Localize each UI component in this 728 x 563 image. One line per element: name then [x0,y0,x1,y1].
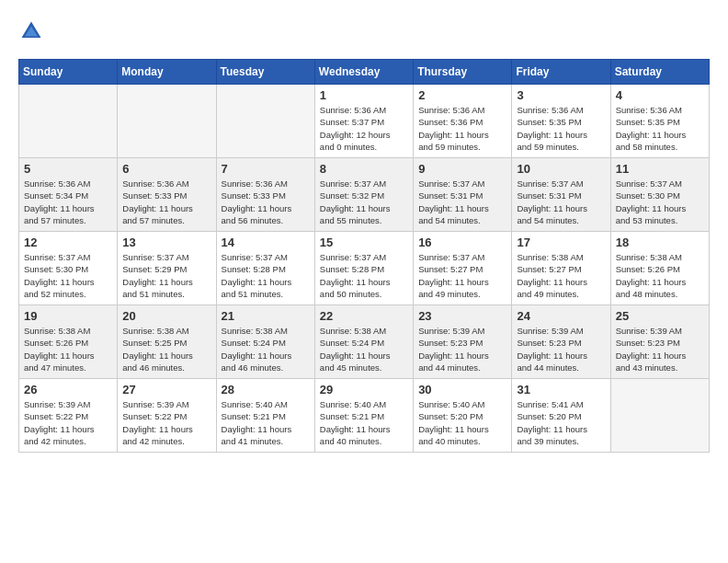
day-number: 11 [616,162,704,176]
day-info: Sunrise: 5:41 AMSunset: 5:20 PMDaylight:… [517,398,605,447]
day-info: Sunrise: 5:39 AMSunset: 5:23 PMDaylight:… [616,325,704,373]
day-number: 25 [616,309,704,323]
day-number: 2 [418,88,506,102]
day-number: 15 [320,236,408,249]
calendar-cell: 11Sunrise: 5:37 AMSunset: 5:30 PMDayligh… [610,158,709,232]
day-info: Sunrise: 5:37 AMSunset: 5:30 PMDaylight:… [24,251,112,300]
day-number: 17 [517,236,605,249]
day-number: 12 [24,236,112,249]
calendar-cell: 28Sunrise: 5:40 AMSunset: 5:21 PMDayligh… [216,379,314,453]
calendar-cell [19,85,118,158]
day-info: Sunrise: 5:37 AMSunset: 5:28 PMDaylight:… [320,251,408,300]
calendar-cell: 13Sunrise: 5:37 AMSunset: 5:29 PMDayligh… [118,232,216,305]
day-info: Sunrise: 5:38 AMSunset: 5:24 PMDaylight:… [222,325,310,373]
calendar-cell: 12Sunrise: 5:37 AMSunset: 5:30 PMDayligh… [19,232,118,305]
calendar-week-row: 26Sunrise: 5:39 AMSunset: 5:22 PMDayligh… [19,379,710,453]
calendar-cell: 18Sunrise: 5:38 AMSunset: 5:26 PMDayligh… [610,232,709,305]
day-number: 16 [418,236,506,249]
day-info: Sunrise: 5:37 AMSunset: 5:32 PMDaylight:… [320,178,408,226]
day-number: 6 [122,162,210,176]
calendar-cell: 4Sunrise: 5:36 AMSunset: 5:35 PMDaylight… [610,85,709,158]
day-number: 14 [222,236,310,249]
day-info: Sunrise: 5:38 AMSunset: 5:25 PMDaylight:… [122,325,210,373]
calendar-cell: 27Sunrise: 5:39 AMSunset: 5:22 PMDayligh… [118,379,216,453]
day-info: Sunrise: 5:36 AMSunset: 5:34 PMDaylight:… [24,178,112,226]
day-number: 20 [122,309,210,323]
calendar-cell: 15Sunrise: 5:37 AMSunset: 5:28 PMDayligh… [314,232,413,305]
calendar-cell: 24Sunrise: 5:39 AMSunset: 5:23 PMDayligh… [512,305,610,379]
day-info: Sunrise: 5:36 AMSunset: 5:33 PMDaylight:… [222,178,310,226]
day-number: 23 [418,309,506,323]
calendar-cell: 16Sunrise: 5:37 AMSunset: 5:27 PMDayligh… [414,232,512,305]
calendar-cell: 10Sunrise: 5:37 AMSunset: 5:31 PMDayligh… [512,158,610,232]
day-info: Sunrise: 5:39 AMSunset: 5:23 PMDaylight:… [517,325,605,373]
calendar-cell [610,379,709,453]
calendar-week-row: 1Sunrise: 5:36 AMSunset: 5:37 PMDaylight… [19,85,710,158]
day-header-thursday: Thursday [414,60,512,85]
calendar-cell: 22Sunrise: 5:38 AMSunset: 5:24 PMDayligh… [314,305,413,379]
day-header-tuesday: Tuesday [216,60,314,85]
day-info: Sunrise: 5:37 AMSunset: 5:29 PMDaylight:… [122,251,210,300]
calendar-cell: 26Sunrise: 5:39 AMSunset: 5:22 PMDayligh… [19,379,118,453]
day-number: 19 [24,309,112,323]
calendar-table: SundayMondayTuesdayWednesdayThursdayFrid… [18,59,710,453]
day-info: Sunrise: 5:36 AMSunset: 5:37 PMDaylight:… [320,104,408,153]
day-header-wednesday: Wednesday [314,60,413,85]
day-info: Sunrise: 5:36 AMSunset: 5:36 PMDaylight:… [418,104,506,153]
day-header-friday: Friday [512,60,610,85]
day-number: 13 [122,236,210,249]
day-number: 31 [517,383,605,396]
day-info: Sunrise: 5:37 AMSunset: 5:31 PMDaylight:… [517,178,605,226]
calendar-cell: 17Sunrise: 5:38 AMSunset: 5:27 PMDayligh… [512,232,610,305]
day-info: Sunrise: 5:37 AMSunset: 5:28 PMDaylight:… [222,251,310,300]
day-header-saturday: Saturday [610,60,709,85]
day-number: 8 [320,162,408,176]
day-info: Sunrise: 5:36 AMSunset: 5:35 PMDaylight:… [517,104,605,153]
day-number: 27 [122,383,210,396]
day-number: 22 [320,309,408,323]
page-header [18,18,710,44]
day-number: 4 [616,88,704,102]
calendar-header-row: SundayMondayTuesdayWednesdayThursdayFrid… [19,60,710,85]
day-info: Sunrise: 5:39 AMSunset: 5:23 PMDaylight:… [418,325,506,373]
day-info: Sunrise: 5:37 AMSunset: 5:31 PMDaylight:… [418,178,506,226]
day-info: Sunrise: 5:38 AMSunset: 5:26 PMDaylight:… [24,325,112,373]
day-info: Sunrise: 5:38 AMSunset: 5:24 PMDaylight:… [320,325,408,373]
day-number: 9 [418,162,506,176]
calendar-cell: 30Sunrise: 5:40 AMSunset: 5:20 PMDayligh… [414,379,512,453]
calendar-cell: 8Sunrise: 5:37 AMSunset: 5:32 PMDaylight… [314,158,413,232]
day-number: 26 [24,383,112,396]
day-number: 3 [517,88,605,102]
calendar-cell: 31Sunrise: 5:41 AMSunset: 5:20 PMDayligh… [512,379,610,453]
day-number: 30 [418,383,506,396]
day-header-monday: Monday [118,60,216,85]
day-info: Sunrise: 5:39 AMSunset: 5:22 PMDaylight:… [122,398,210,447]
calendar-week-row: 12Sunrise: 5:37 AMSunset: 5:30 PMDayligh… [19,232,710,305]
day-number: 10 [517,162,605,176]
day-info: Sunrise: 5:39 AMSunset: 5:22 PMDaylight:… [24,398,112,447]
day-info: Sunrise: 5:36 AMSunset: 5:35 PMDaylight:… [616,104,704,153]
calendar-cell: 20Sunrise: 5:38 AMSunset: 5:25 PMDayligh… [118,305,216,379]
day-info: Sunrise: 5:40 AMSunset: 5:21 PMDaylight:… [222,398,310,447]
day-number: 1 [320,88,408,102]
calendar-cell: 21Sunrise: 5:38 AMSunset: 5:24 PMDayligh… [216,305,314,379]
day-info: Sunrise: 5:40 AMSunset: 5:21 PMDaylight:… [320,398,408,447]
calendar-cell [118,85,216,158]
calendar-cell: 2Sunrise: 5:36 AMSunset: 5:36 PMDaylight… [414,85,512,158]
calendar-cell [216,85,314,158]
day-number: 7 [222,162,310,176]
day-info: Sunrise: 5:38 AMSunset: 5:26 PMDaylight:… [616,251,704,300]
day-header-sunday: Sunday [19,60,118,85]
day-info: Sunrise: 5:40 AMSunset: 5:20 PMDaylight:… [418,398,506,447]
calendar-cell: 14Sunrise: 5:37 AMSunset: 5:28 PMDayligh… [216,232,314,305]
logo [18,18,48,44]
calendar-cell: 23Sunrise: 5:39 AMSunset: 5:23 PMDayligh… [414,305,512,379]
calendar-cell: 29Sunrise: 5:40 AMSunset: 5:21 PMDayligh… [314,379,413,453]
calendar-cell: 1Sunrise: 5:36 AMSunset: 5:37 PMDaylight… [314,85,413,158]
day-info: Sunrise: 5:36 AMSunset: 5:33 PMDaylight:… [122,178,210,226]
day-number: 28 [222,383,310,396]
calendar-cell: 6Sunrise: 5:36 AMSunset: 5:33 PMDaylight… [118,158,216,232]
day-info: Sunrise: 5:37 AMSunset: 5:30 PMDaylight:… [616,178,704,226]
day-number: 21 [222,309,310,323]
calendar-cell: 7Sunrise: 5:36 AMSunset: 5:33 PMDaylight… [216,158,314,232]
